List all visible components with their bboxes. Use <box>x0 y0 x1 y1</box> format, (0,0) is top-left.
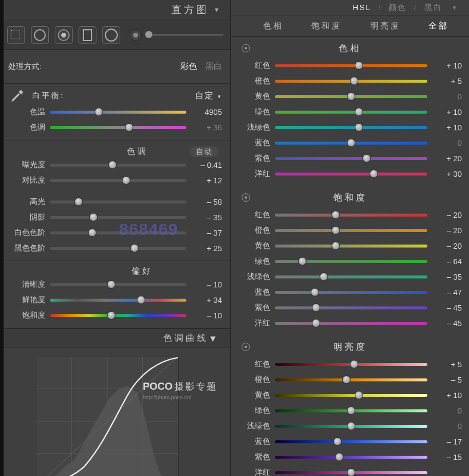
slider-thumb[interactable] <box>311 288 319 296</box>
whites-slider[interactable]: 白色色阶 – 37 <box>8 225 222 240</box>
hsl-sat-red-value[interactable]: – 20 <box>432 211 462 220</box>
clarity-value[interactable]: – 10 <box>191 280 222 289</box>
slider-thumb[interactable] <box>88 228 96 237</box>
highlights-slider[interactable]: 高光 – 58 <box>8 194 222 209</box>
hsl-lum-yellow-value[interactable]: + 10 <box>432 391 462 400</box>
saturation-slider[interactable]: 饱和度 – 10 <box>8 308 222 323</box>
slider-thumb[interactable] <box>347 139 355 147</box>
hsl-sat-magenta-value[interactable]: – 45 <box>432 319 462 328</box>
vibrance-value[interactable]: + 34 <box>191 296 222 305</box>
hsl-lum-yellow-slider[interactable]: 黄色+ 10 <box>231 387 469 403</box>
slider-thumb[interactable] <box>370 170 378 178</box>
hsl-hue-green-value[interactable]: + 10 <box>432 108 462 117</box>
hsl-hue-orange-value[interactable]: + 5 <box>432 77 462 86</box>
hsl-sat-yellow-slider[interactable]: 黄色– 20 <box>231 238 469 253</box>
slider-thumb[interactable] <box>347 406 355 415</box>
hsl-lum-blue-value[interactable]: – 17 <box>432 437 462 446</box>
slider-thumb[interactable] <box>125 123 133 131</box>
spot-tool-button[interactable] <box>31 26 49 44</box>
shadows-value[interactable]: – 35 <box>191 213 222 222</box>
eyedropper-icon[interactable] <box>8 87 26 105</box>
hsl-sat-magenta-slider[interactable]: 洋红– 45 <box>231 315 469 331</box>
saturation-value[interactable]: – 10 <box>191 311 222 320</box>
clarity-slider[interactable]: 清晰度 – 10 <box>8 277 222 292</box>
tab-lum[interactable]: 明亮度 <box>370 21 401 32</box>
hsl-sat-purple-value[interactable]: – 45 <box>432 303 462 312</box>
slider-thumb[interactable] <box>347 422 355 430</box>
wb-mode-dropdown[interactable]: 自定 ▾ <box>195 90 222 101</box>
slider-thumb[interactable] <box>347 92 355 101</box>
hsl-lum-purple-value[interactable]: – 15 <box>432 453 462 462</box>
contrast-value[interactable]: + 12 <box>191 176 222 185</box>
hsl-lum-purple-slider[interactable]: 紫色– 15 <box>231 449 469 465</box>
slider-thumb[interactable] <box>355 108 363 116</box>
hsl-hue-aqua-value[interactable]: + 10 <box>432 123 462 132</box>
hsl-hue-red-value[interactable]: + 10 <box>432 61 462 70</box>
hsl-lum-blue-slider[interactable]: 蓝色– 17 <box>231 434 469 449</box>
slider-thumb[interactable] <box>130 244 139 252</box>
crumb-bw[interactable]: 黑白 <box>424 2 442 13</box>
hsl-hue-purple-value[interactable]: + 20 <box>432 154 462 163</box>
slider-thumb[interactable] <box>320 273 328 281</box>
exposure-value[interactable]: – 0.41 <box>191 161 222 170</box>
tone-curve-graph[interactable] <box>36 356 179 476</box>
hsl-sat-green-slider[interactable]: 绿色– 64 <box>231 253 469 269</box>
hsl-hue-blue-slider[interactable]: 蓝色0 <box>231 135 469 151</box>
contrast-slider[interactable]: 对比度 + 12 <box>8 173 222 188</box>
hsl-hue-magenta-slider[interactable]: 洋红+ 30 <box>231 166 469 181</box>
tab-all[interactable]: 全部 <box>429 21 449 32</box>
tab-hue[interactable]: 色相 <box>263 21 283 32</box>
slider-thumb[interactable] <box>145 31 152 38</box>
target-adjust-icon[interactable] <box>242 44 250 52</box>
temp-slider[interactable]: 色温 4905 <box>8 104 222 120</box>
slider-thumb[interactable] <box>137 296 145 304</box>
hsl-sat-purple-slider[interactable]: 紫色– 45 <box>231 300 469 315</box>
hsl-lum-red-value[interactable]: + 5 <box>432 360 462 369</box>
grad-tool-button[interactable] <box>79 26 96 44</box>
tint-value[interactable]: + 36 <box>191 123 222 132</box>
tint-slider[interactable]: 色调 + 36 <box>8 120 222 135</box>
target-adjust-icon[interactable] <box>242 193 250 202</box>
treatment-color[interactable]: 彩色 <box>180 61 197 72</box>
hsl-sat-orange-slider[interactable]: 橙色– 20 <box>231 223 469 238</box>
hsl-hue-green-slider[interactable]: 绿色+ 10 <box>231 104 469 120</box>
shadows-slider[interactable]: 阴影 – 35 <box>8 209 222 225</box>
tab-sat[interactable]: 饱和度 <box>311 21 342 32</box>
hsl-lum-aqua-value[interactable]: 0 <box>432 422 462 431</box>
slider-thumb[interactable] <box>342 375 351 384</box>
slider-thumb[interactable] <box>107 311 115 320</box>
hsl-hue-aqua-slider[interactable]: 浅绿色+ 10 <box>231 120 469 135</box>
slider-thumb[interactable] <box>312 303 320 312</box>
hsl-sat-aqua-value[interactable]: – 35 <box>432 273 462 281</box>
radial-tool-button[interactable] <box>102 26 120 44</box>
slider-thumb[interactable] <box>355 391 363 399</box>
hsl-lum-orange-value[interactable]: – 5 <box>432 375 462 384</box>
crumb-color[interactable]: 颜色 <box>389 2 407 13</box>
hsl-hue-orange-slider[interactable]: 橙色+ 5 <box>231 73 469 89</box>
slider-thumb[interactable] <box>122 176 130 184</box>
slider-thumb[interactable] <box>95 108 103 116</box>
slider-thumb[interactable] <box>335 453 343 461</box>
hsl-sat-blue-slider[interactable]: 蓝色– 47 <box>231 284 469 300</box>
hsl-sat-red-slider[interactable]: 红色– 20 <box>231 207 469 223</box>
temp-value[interactable]: 4905 <box>191 108 222 117</box>
target-adjust-icon[interactable] <box>242 343 250 351</box>
vibrance-slider[interactable]: 鲜艳度 + 34 <box>8 292 222 308</box>
exposure-slider[interactable]: 曝光度 – 0.41 <box>8 157 222 173</box>
slider-thumb[interactable] <box>333 437 342 446</box>
slider-thumb[interactable] <box>347 468 355 477</box>
slider-thumb[interactable] <box>350 77 358 85</box>
slider-thumb[interactable] <box>74 198 83 206</box>
slider-thumb[interactable] <box>362 154 371 162</box>
hsl-lum-magenta-slider[interactable]: 洋红 <box>231 465 469 476</box>
histogram-header[interactable]: 直方图 ▼ <box>0 0 230 20</box>
brush-size-slider[interactable] <box>130 29 223 41</box>
slider-thumb[interactable] <box>355 123 363 131</box>
auto-button[interactable]: 自动 <box>190 146 218 157</box>
tone-curve-header[interactable]: 色调曲线 ▼ <box>0 328 230 347</box>
hsl-hue-yellow-value[interactable]: 0 <box>432 92 462 101</box>
hsl-lum-green-value[interactable]: 0 <box>432 406 462 415</box>
hsl-lum-orange-slider[interactable]: 橙色– 5 <box>231 372 469 387</box>
hsl-sat-green-value[interactable]: – 64 <box>432 257 462 266</box>
crumb-hsl[interactable]: HSL <box>353 3 371 12</box>
